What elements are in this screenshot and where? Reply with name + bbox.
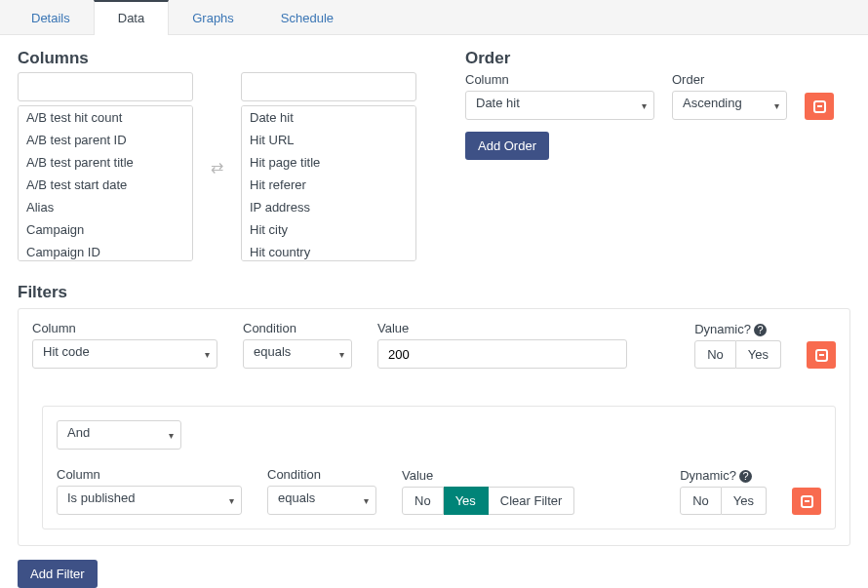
minus-icon	[813, 100, 826, 113]
filter-condition-label: Condition	[267, 467, 376, 482]
list-item[interactable]: Hit city	[242, 218, 415, 241]
order-section: Order Column Date hit ▾ Order Ascending …	[465, 49, 850, 261]
dynamic-no-button[interactable]: No	[694, 340, 736, 369]
columns-heading: Columns	[18, 49, 416, 68]
tab-details[interactable]: Details	[8, 0, 94, 34]
filter-condition-select[interactable]: equals	[243, 339, 352, 369]
dynamic-toggle[interactable]: No Yes	[680, 487, 767, 515]
swap-icon[interactable]: ⇄	[211, 158, 223, 176]
dynamic-yes-button[interactable]: Yes	[736, 340, 781, 369]
list-item[interactable]: Date hit	[242, 106, 415, 129]
filter-column-select[interactable]: Is published	[57, 486, 242, 515]
list-item[interactable]: Campaign ID	[19, 241, 192, 261]
dynamic-yes-button[interactable]: Yes	[722, 487, 767, 515]
tab-schedule[interactable]: Schedule	[257, 0, 357, 34]
filter-dynamic-label: Dynamic??	[694, 322, 781, 336]
filter-value-label: Value	[402, 468, 574, 483]
filter-column-label: Column	[32, 321, 217, 335]
dynamic-toggle[interactable]: No Yes	[694, 340, 781, 369]
list-item[interactable]: A/B test parent ID	[19, 129, 192, 151]
filter-column-label: Column	[57, 467, 242, 482]
value-no-button[interactable]: No	[402, 487, 444, 515]
list-item[interactable]: Campaign	[19, 218, 192, 241]
remove-filter-button[interactable]	[792, 488, 821, 515]
list-item[interactable]: Alias	[19, 196, 192, 218]
add-order-button[interactable]: Add Order	[465, 132, 549, 160]
list-item[interactable]: Hit country	[242, 241, 415, 261]
columns-selected-list[interactable]: Date hit Hit URL Hit page title Hit refe…	[241, 105, 416, 261]
clear-filter-button[interactable]: Clear Filter	[489, 487, 575, 515]
filters-section: Filters Column Hit code ▾ Condition equa…	[18, 283, 850, 588]
help-icon[interactable]: ?	[739, 470, 752, 483]
minus-icon	[815, 349, 828, 362]
filters-heading: Filters	[18, 283, 850, 302]
value-yes-button[interactable]: Yes	[444, 487, 489, 515]
columns-section: Columns A/B test hit count A/B test pare…	[18, 49, 416, 261]
filter-value-label: Value	[377, 321, 627, 335]
order-column-label: Column	[465, 72, 654, 87]
filter-dynamic-label: Dynamic??	[680, 468, 767, 483]
filter-condition-label: Condition	[243, 321, 352, 335]
list-item[interactable]: IP address	[242, 196, 415, 218]
list-item[interactable]: Hit page title	[242, 151, 415, 174]
remove-order-button[interactable]	[805, 93, 834, 120]
order-column-select[interactable]: Date hit	[465, 91, 654, 120]
order-heading: Order	[465, 49, 850, 68]
order-direction-label: Order	[672, 72, 787, 87]
list-item[interactable]: A/B test parent title	[19, 151, 192, 174]
filter-condition-select[interactable]: equals	[267, 486, 376, 515]
filter-column-select[interactable]: Hit code	[32, 339, 217, 369]
dynamic-no-button[interactable]: No	[680, 487, 722, 515]
minus-icon	[801, 495, 813, 508]
tab-graphs[interactable]: Graphs	[169, 0, 257, 34]
order-direction-select[interactable]: Ascending	[672, 91, 787, 120]
columns-available-list[interactable]: A/B test hit count A/B test parent ID A/…	[18, 105, 193, 261]
value-toggle[interactable]: No Yes Clear Filter	[402, 487, 574, 515]
columns-search-available[interactable]	[18, 72, 193, 101]
add-filter-button[interactable]: Add Filter	[18, 560, 98, 588]
filter-nested-card: And ▾ Column Is published ▾ Condition	[42, 406, 836, 529]
list-item[interactable]: Hit URL	[242, 129, 415, 151]
filter-card: Column Hit code ▾ Condition equals ▾ Val…	[18, 308, 850, 546]
list-item[interactable]: A/B test hit count	[19, 106, 192, 129]
columns-search-selected[interactable]	[241, 72, 416, 101]
filter-value-input[interactable]	[377, 339, 627, 369]
remove-filter-button[interactable]	[807, 341, 836, 369]
filter-logic-select[interactable]: And	[57, 420, 181, 450]
list-item[interactable]: A/B test start date	[19, 174, 192, 196]
tab-bar: Details Data Graphs Schedule	[0, 0, 868, 35]
list-item[interactable]: Hit referer	[242, 174, 415, 196]
help-icon[interactable]: ?	[754, 324, 767, 336]
tab-data[interactable]: Data	[94, 0, 169, 35]
